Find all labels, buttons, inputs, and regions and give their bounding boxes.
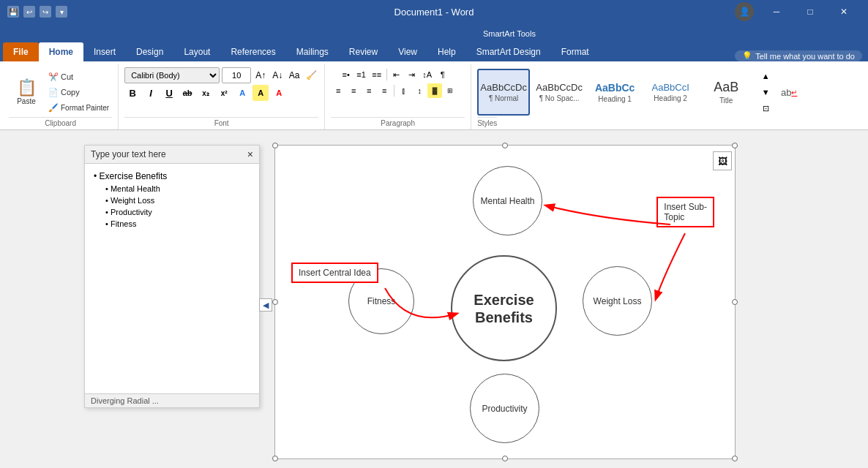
- style-heading1[interactable]: AaBbCc Heading 1: [588, 69, 641, 116]
- align-left-btn[interactable]: ≡: [331, 83, 345, 98]
- list-item[interactable]: • Productivity: [94, 206, 250, 218]
- tab-references[interactable]: References: [220, 42, 285, 61]
- resize-handle-br[interactable]: [732, 456, 738, 461]
- tab-help[interactable]: Help: [427, 42, 466, 61]
- central-node[interactable]: ExerciseBenefits: [451, 255, 557, 361]
- save-icon[interactable]: 💾: [7, 6, 19, 18]
- underline-button[interactable]: U: [161, 85, 177, 101]
- show-formatting-btn[interactable]: ¶: [435, 67, 450, 82]
- increase-indent-btn[interactable]: ⇥: [405, 67, 419, 82]
- format-painter-icon: 🖌️: [48, 103, 59, 113]
- highlight-btn[interactable]: A: [252, 85, 269, 101]
- tab-smartart-design[interactable]: SmartArt Design: [466, 42, 551, 61]
- sort-btn[interactable]: ↕A: [420, 67, 435, 82]
- paste-button[interactable]: 📋 Paste: [9, 77, 44, 108]
- maximize-btn[interactable]: □: [793, 0, 827, 23]
- font-family-select[interactable]: Calibri (Body): [124, 67, 220, 83]
- list-item[interactable]: • Fitness: [94, 218, 250, 230]
- style-title[interactable]: AaB Title: [700, 69, 752, 116]
- quick-access-toolbar[interactable]: 💾 ↩ ↪ ▾: [7, 6, 67, 18]
- clear-format-btn[interactable]: 🧹: [304, 68, 318, 83]
- item-label: Productivity: [111, 208, 152, 216]
- style-title-label: Title: [719, 97, 733, 105]
- italic-button[interactable]: I: [143, 85, 159, 101]
- find-replace-btn[interactable]: ab↵: [782, 85, 796, 99]
- tab-view[interactable]: View: [388, 42, 427, 61]
- style-heading2-preview: AaBbCcI: [651, 82, 689, 93]
- justify-btn[interactable]: ≡: [377, 83, 392, 98]
- clipboard-label: Clipboard: [9, 117, 112, 129]
- format-painter-button[interactable]: 🖌️ Format Painter: [45, 102, 112, 114]
- undo-icon[interactable]: ↩: [23, 6, 35, 18]
- resize-handle-tr[interactable]: [732, 143, 738, 148]
- resize-handle-tc[interactable]: [502, 143, 508, 148]
- bullets-btn[interactable]: ≡•: [339, 67, 353, 82]
- item-label: Fitness: [111, 219, 136, 228]
- resize-handle-tl[interactable]: [272, 143, 278, 148]
- cut-button[interactable]: ✂️ Cut: [45, 71, 112, 83]
- resize-handle-bl[interactable]: [272, 456, 278, 461]
- tab-mailings[interactable]: Mailings: [286, 42, 339, 61]
- change-case-btn[interactable]: Aa: [287, 68, 302, 83]
- text-pane-title: Type your text here: [91, 149, 166, 159]
- style-no-space[interactable]: AaBbCcDc ¶ No Spac...: [533, 69, 585, 116]
- resize-handle-bc[interactable]: [502, 456, 508, 461]
- node-mental-health[interactable]: Mental Health: [473, 166, 542, 235]
- tab-insert[interactable]: Insert: [83, 42, 126, 61]
- main-area: Type your text here × • Exercise Benefit…: [0, 130, 868, 468]
- styles-scroll-down[interactable]: ▼: [758, 85, 773, 99]
- style-normal[interactable]: AaBbCcDc ¶ Normal: [477, 69, 530, 116]
- window-controls[interactable]: ─ □ ✕: [760, 0, 861, 23]
- list-item[interactable]: • Weight Loss: [94, 195, 250, 206]
- text-pane-close-btn[interactable]: ×: [247, 148, 253, 160]
- list-item[interactable]: • Exercise Benefits: [94, 170, 250, 183]
- decrease-font-btn[interactable]: A↓: [270, 68, 285, 83]
- text-effects-btn[interactable]: A: [234, 85, 250, 101]
- node-weight-loss[interactable]: Weight Loss: [583, 266, 652, 336]
- multilevel-btn[interactable]: ≡≡: [370, 67, 384, 82]
- central-node-label: ExerciseBenefits: [474, 291, 534, 326]
- minimize-btn[interactable]: ─: [760, 0, 793, 23]
- node-productivity[interactable]: Productivity: [470, 374, 539, 443]
- decrease-indent-btn[interactable]: ⇤: [389, 67, 404, 82]
- tab-format[interactable]: Format: [551, 42, 599, 61]
- styles-expand[interactable]: ⊡: [758, 101, 773, 116]
- copy-button[interactable]: 📄 Copy: [45, 86, 112, 99]
- tell-me-box[interactable]: 💡 Tell me what you want to do: [735, 50, 862, 61]
- font-color-btn[interactable]: A: [271, 85, 287, 101]
- resize-handle-mr[interactable]: [732, 299, 738, 305]
- shading-btn[interactable]: ▓: [427, 83, 442, 98]
- tab-design[interactable]: Design: [126, 42, 173, 61]
- customize-icon[interactable]: ▾: [56, 6, 67, 18]
- font-label: Font: [124, 117, 318, 129]
- styles-scroll-up[interactable]: ▲: [758, 69, 773, 83]
- item-label: Mental Health: [111, 184, 160, 193]
- text-pane-collapse-btn[interactable]: ◀: [259, 298, 272, 312]
- line-spacing-btn[interactable]: ↕: [412, 83, 427, 98]
- ribbon-tab-bar[interactable]: File Home Insert Design Layout Reference…: [0, 39, 868, 61]
- align-center-btn[interactable]: ≡: [346, 83, 361, 98]
- user-avatar[interactable]: 👤: [735, 2, 754, 21]
- numbering-btn[interactable]: ≡1: [354, 67, 369, 82]
- strikethrough-btn[interactable]: ab: [179, 85, 195, 101]
- tab-home[interactable]: Home: [39, 42, 83, 61]
- list-item[interactable]: • Mental Health: [94, 183, 250, 195]
- columns-btn[interactable]: ⫿: [397, 83, 411, 98]
- bold-button[interactable]: B: [124, 85, 141, 101]
- close-btn[interactable]: ✕: [827, 0, 861, 23]
- font-size-input[interactable]: [222, 67, 251, 83]
- subscript-btn[interactable]: x₂: [198, 85, 214, 101]
- smartart-canvas[interactable]: 🖼 ExerciseBenefits Mental Health Fitness…: [274, 145, 736, 459]
- redo-icon[interactable]: ↪: [40, 6, 51, 18]
- resize-handle-ml[interactable]: [272, 299, 278, 305]
- layout-icon[interactable]: 🖼: [713, 151, 732, 170]
- superscript-btn[interactable]: x²: [216, 85, 232, 101]
- style-heading2[interactable]: AaBbCcI Heading 2: [644, 69, 697, 116]
- smartart-tools-bar: SmartArt Tools: [0, 23, 868, 39]
- tab-review[interactable]: Review: [339, 42, 388, 61]
- tab-layout[interactable]: Layout: [173, 42, 220, 61]
- align-right-btn[interactable]: ≡: [362, 83, 376, 98]
- borders-btn[interactable]: ⊞: [443, 83, 457, 98]
- tab-file[interactable]: File: [3, 42, 39, 61]
- increase-font-btn[interactable]: A↑: [253, 68, 268, 83]
